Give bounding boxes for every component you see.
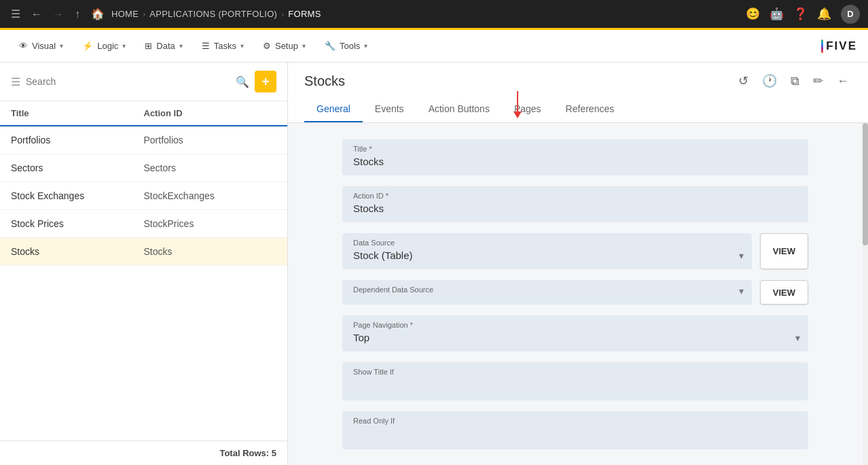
- content-title-row: Stocks ↺ 🕐 ⧉ ✏ ←: [304, 71, 852, 91]
- row-action-id: StockPrices: [144, 218, 277, 229]
- list-item-selected[interactable]: Stocks Stocks: [0, 238, 287, 266]
- tab-general[interactable]: General: [304, 97, 363, 122]
- action-id-label: Action ID *: [353, 192, 797, 200]
- content-area: Stocks ↺ 🕐 ⧉ ✏ ← General Events Action B…: [288, 63, 868, 465]
- close-icon[interactable]: ←: [834, 71, 852, 91]
- nav-visual[interactable]: 👁 Visual ▾: [11, 37, 71, 55]
- tab-bar: General Events Action Buttons Pages Refe…: [304, 97, 852, 122]
- page-navigation-value[interactable]: Top: [353, 332, 797, 343]
- row-action-id: Sectors: [144, 162, 277, 173]
- list-item[interactable]: Stock Exchanges StockExchanges: [0, 182, 287, 210]
- logo-text: FIVE: [826, 39, 857, 53]
- list-item[interactable]: Portfolios Portfolios: [0, 126, 287, 154]
- data-icon: ⊞: [145, 41, 152, 51]
- tab-pages[interactable]: Pages: [502, 97, 554, 122]
- nav-tasks[interactable]: ☰ Tasks ▾: [194, 37, 252, 55]
- tab-references[interactable]: References: [554, 97, 627, 122]
- dependent-data-source-view-button[interactable]: VIEW: [760, 280, 808, 305]
- secondary-nav: 👁 Visual ▾ ⚡ Logic ▾ ⊞ Data ▾ ☰ Tasks ▾ …: [0, 30, 868, 63]
- action-id-value[interactable]: Stocks: [353, 203, 797, 214]
- content-scroll-wrapper: Title * Stocks Action ID * Stocks Data S…: [288, 123, 868, 465]
- data-source-view-button[interactable]: VIEW: [760, 233, 808, 269]
- breadcrumb-forms[interactable]: FORMS: [288, 9, 321, 19]
- robot-icon[interactable]: 🤖: [770, 7, 784, 21]
- menu-icon[interactable]: ☰: [8, 5, 23, 23]
- data-source-row: Data Source Stock (Table) ▾ VIEW: [342, 233, 808, 269]
- scrollbar-thumb[interactable]: [863, 123, 868, 245]
- row-title: Stocks: [11, 246, 144, 257]
- nav-setup[interactable]: ⚙ Setup ▾: [255, 37, 314, 55]
- tools-icon: 🔧: [325, 41, 336, 51]
- up-icon[interactable]: ↑: [72, 5, 83, 23]
- top-nav-actions: 😊 🤖 ❓ 🔔 D: [746, 5, 860, 24]
- nav-tools[interactable]: 🔧 Tools ▾: [317, 37, 376, 55]
- col-header-action-id: Action ID: [144, 108, 277, 118]
- read-only-if-label: Read Only If: [353, 417, 797, 425]
- logic-icon: ⚡: [82, 41, 93, 51]
- page-navigation-label: Page Navigation *: [353, 321, 797, 329]
- show-title-if-field: Show Title If: [342, 362, 808, 400]
- row-title: Stock Prices: [11, 218, 144, 229]
- forward-icon[interactable]: →: [50, 5, 67, 23]
- list-item[interactable]: Stock Prices StockPrices: [0, 210, 287, 238]
- help-icon[interactable]: ❓: [793, 7, 808, 21]
- row-title: Sectors: [11, 162, 144, 173]
- sidebar-table: Title Action ID Portfolios Portfolios Se…: [0, 101, 287, 441]
- breadcrumb-home[interactable]: HOME: [111, 9, 139, 19]
- bell-icon[interactable]: 🔔: [817, 7, 831, 21]
- nav-data-label: Data: [156, 41, 175, 51]
- action-id-field: Action ID * Stocks: [342, 186, 808, 222]
- main-layout: ☰ 🔍 + Title Action ID Portfolios Portfol…: [0, 63, 868, 465]
- show-title-if-label: Show Title If: [353, 368, 797, 376]
- title-label: Title *: [353, 145, 797, 153]
- data-source-value[interactable]: Stock (Table): [353, 249, 741, 261]
- col-header-title: Title: [11, 108, 144, 118]
- data-caret: ▾: [179, 42, 183, 50]
- dependent-data-source-row: Dependent Data Source ▾ VIEW: [342, 280, 808, 305]
- tools-caret: ▾: [364, 42, 367, 50]
- nav-setup-label: Setup: [275, 41, 298, 51]
- add-button[interactable]: +: [255, 71, 276, 92]
- data-source-label: Data Source: [353, 239, 741, 247]
- tab-events[interactable]: Events: [363, 97, 416, 122]
- face-icon[interactable]: 😊: [746, 7, 760, 21]
- edit-icon[interactable]: ✏: [810, 71, 826, 91]
- logic-caret: ▾: [122, 42, 126, 50]
- breadcrumb-portfolio[interactable]: APPLICATIONS (PORTFOLIO): [149, 9, 277, 19]
- total-rows-label: Total Rows: 5: [219, 448, 276, 458]
- read-only-if-value[interactable]: [353, 428, 797, 441]
- home-icon: 🏠: [88, 5, 107, 23]
- history-icon[interactable]: 🕐: [759, 71, 780, 91]
- back-icon[interactable]: ←: [29, 5, 45, 23]
- copy-icon[interactable]: ⧉: [788, 71, 802, 91]
- dependent-data-source-label: Dependent Data Source: [353, 286, 741, 294]
- filter-icon[interactable]: ☰: [11, 75, 20, 88]
- title-value[interactable]: Stocks: [353, 156, 797, 167]
- page-navigation-caret: ▾: [795, 332, 800, 343]
- row-action-id: Portfolios: [144, 135, 277, 145]
- list-item[interactable]: Sectors Sectors: [0, 154, 287, 182]
- scrollbar-track[interactable]: [863, 123, 868, 465]
- avatar[interactable]: D: [841, 5, 860, 24]
- page-title: Stocks: [304, 73, 345, 89]
- visual-icon: 👁: [19, 41, 28, 51]
- tasks-icon: ☰: [202, 41, 210, 51]
- search-icon[interactable]: 🔍: [236, 75, 249, 88]
- nav-data[interactable]: ⊞ Data ▾: [137, 37, 190, 55]
- form-content: Title * Stocks Action ID * Stocks Data S…: [288, 123, 863, 465]
- sidebar: ☰ 🔍 + Title Action ID Portfolios Portfol…: [0, 63, 288, 465]
- dependent-data-source-caret: ▾: [739, 286, 744, 296]
- refresh-icon[interactable]: ↺: [736, 71, 751, 91]
- visual-caret: ▾: [60, 42, 63, 50]
- nav-visual-label: Visual: [32, 41, 56, 51]
- tab-action-buttons[interactable]: Action Buttons: [416, 97, 502, 122]
- breadcrumb-sep-1: ›: [143, 10, 145, 19]
- setup-caret: ▾: [302, 42, 306, 50]
- nav-logic[interactable]: ⚡ Logic ▾: [74, 37, 134, 55]
- data-source-field: Data Source Stock (Table) ▾: [342, 233, 752, 269]
- data-source-caret: ▾: [739, 250, 744, 261]
- search-input[interactable]: [26, 76, 230, 87]
- page-navigation-field: Page Navigation * Top ▾: [342, 315, 808, 351]
- show-title-if-value[interactable]: [353, 379, 797, 392]
- table-footer: Total Rows: 5: [0, 441, 287, 465]
